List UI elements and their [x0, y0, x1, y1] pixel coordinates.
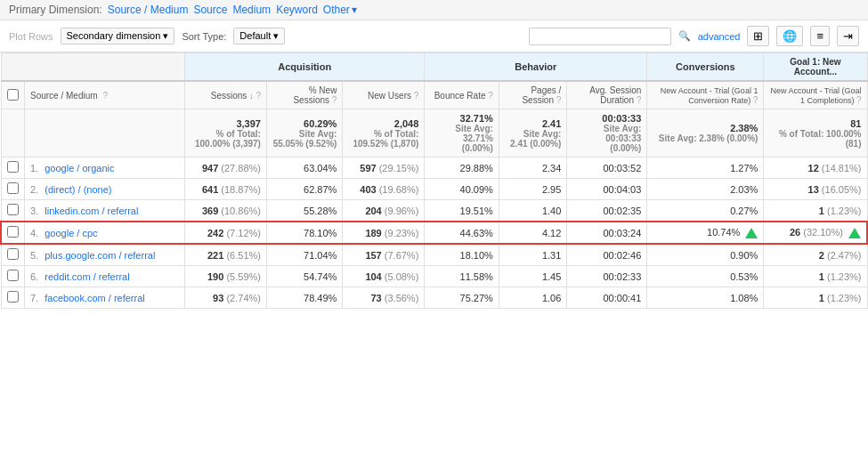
row-sessions: 221 (6.51%) — [185, 244, 267, 266]
row-checkbox[interactable] — [7, 204, 19, 215]
total-sessions: 3,397 % of Total: 100.00% (3,397) — [185, 109, 267, 157]
source-medium-link[interactable]: facebook.com / referral — [45, 293, 145, 303]
chevron-down-icon: ▾ — [352, 4, 357, 16]
grid-view-button[interactable]: ⊞ — [747, 26, 769, 46]
row-pages-session: 1.45 — [499, 266, 566, 287]
row-avg-session-duration: 00:03:24 — [567, 222, 647, 244]
row-number: 3. — [30, 206, 38, 216]
row-pct-new-sessions: 62.87% — [266, 179, 342, 200]
help-icon-pages: ? — [556, 95, 562, 105]
acquisition-group-header: Acquisition — [185, 53, 425, 82]
source-medium-link[interactable]: plus.google.com / referral — [45, 250, 155, 261]
row-pages-session: 4.12 — [499, 222, 566, 244]
pct-new-sessions-col-header[interactable]: % New Sessions ? — [266, 81, 342, 109]
row-checkbox[interactable] — [7, 226, 19, 238]
conversion-rate-col-header[interactable]: New Account - Trial (Goal 1 Conversion R… — [647, 81, 764, 109]
row-new-users: 204 (9.96%) — [343, 200, 425, 222]
row-number: 1. — [30, 163, 38, 174]
row-checkbox[interactable] — [7, 248, 19, 260]
search-icon[interactable]: 🔍 — [678, 30, 691, 42]
table-row: 2. (direct) / (none) 641 (18.87%) 62.87%… — [1, 179, 867, 200]
source-medium-link[interactable]: Source / Medium — [108, 4, 189, 16]
bounce-rate-col-header[interactable]: Bounce Rate ? — [425, 81, 499, 109]
help-icon-pct-new: ? — [332, 95, 337, 105]
total-bounce-rate: 32.71% Site Avg: 32.71% (0.00%) — [425, 109, 499, 157]
table-row: 5. plus.google.com / referral 221 (6.51%… — [1, 244, 867, 266]
row-conversion-rate: 0.27% — [647, 200, 764, 222]
row-conversion-rate: 10.74% — [647, 222, 764, 244]
row-source-medium: 6. reddit.com / referral — [25, 266, 185, 287]
select-all-checkbox[interactable] — [7, 89, 19, 101]
total-pct-new-sessions: 60.29% Site Avg: 55.05% (9.52%) — [266, 109, 342, 157]
row-new-users: 157 (7.67%) — [343, 244, 425, 266]
row-new-users: 73 (3.56%) — [343, 287, 425, 309]
toolbar: Plot Rows Secondary dimension ▾ Sort Typ… — [0, 20, 868, 52]
new-users-col-header[interactable]: New Users ? — [343, 81, 425, 109]
table-row: 4. google / cpc 242 (7.12%) 78.10% 189 (… — [1, 222, 867, 244]
source-medium-link[interactable]: reddit.com / referral — [45, 271, 129, 282]
row-pct-new-sessions: 54.74% — [266, 266, 342, 287]
row-checkbox[interactable] — [7, 291, 19, 303]
row-completions: 1 (1.23%) — [764, 200, 867, 222]
other-dropdown[interactable]: Other ▾ — [323, 4, 357, 16]
sort-type-dropdown[interactable]: Default ▾ — [233, 28, 285, 44]
table-row: 1. google / organic 947 (27.88%) 63.04% … — [1, 157, 867, 179]
row-checkbox-cell — [1, 200, 25, 222]
globe-view-button[interactable]: 🌐 — [776, 26, 803, 46]
row-source-medium: 7. facebook.com / referral — [25, 287, 185, 309]
medium-link[interactable]: Medium — [232, 4, 271, 16]
row-new-users: 597 (29.15%) — [343, 157, 425, 179]
row-new-users: 189 (9.23%) — [343, 222, 425, 244]
table-row: 3. linkedin.com / referral 369 (10.86%) … — [1, 200, 867, 222]
total-row: 3,397 % of Total: 100.00% (3,397) 60.29%… — [1, 109, 867, 157]
row-number: 5. — [30, 250, 38, 261]
sessions-col-header[interactable]: Sessions ↓ ? — [185, 81, 267, 109]
arrow-up-comp-icon — [848, 228, 861, 238]
table-row: 6. reddit.com / referral 190 (5.59%) 54.… — [1, 266, 867, 287]
avg-session-duration-col-header[interactable]: Avg. Session Duration ? — [567, 81, 647, 109]
row-checkbox[interactable] — [7, 161, 19, 173]
arrow-up-conv-icon — [745, 228, 758, 238]
row-bounce-rate: 19.51% — [425, 200, 499, 222]
search-input[interactable] — [529, 28, 671, 45]
row-new-users: 104 (5.08%) — [343, 266, 425, 287]
row-checkbox-cell — [1, 244, 25, 266]
row-source-medium: 3. linkedin.com / referral — [25, 200, 185, 222]
row-source-medium: 2. (direct) / (none) — [25, 179, 185, 200]
advanced-link[interactable]: advanced — [698, 31, 741, 42]
source-link[interactable]: Source — [193, 4, 227, 16]
source-medium-link[interactable]: (direct) / (none) — [45, 184, 111, 195]
plot-rows-button[interactable]: Plot Rows — [9, 31, 53, 42]
source-medium-link[interactable]: linkedin.com / referral — [45, 206, 138, 216]
list-view-button[interactable]: ≡ — [810, 26, 830, 46]
row-checkbox[interactable] — [7, 270, 19, 281]
pages-session-col-header[interactable]: Pages / Session ? — [499, 81, 566, 109]
row-number: 4. — [30, 228, 38, 238]
row-checkbox-cell — [1, 222, 25, 244]
row-conversion-rate: 2.03% — [647, 179, 764, 200]
sort-type-label: Sort Type: — [182, 31, 226, 42]
row-checkbox-cell — [1, 266, 25, 287]
row-number: 7. — [30, 293, 38, 303]
row-bounce-rate: 18.10% — [425, 244, 499, 266]
source-medium-col-header: Source / Medium ? — [25, 81, 185, 109]
empty-header-checkbox — [1, 53, 185, 82]
export-button[interactable]: ⇥ — [837, 26, 859, 46]
primary-dimension-nav: Primary Dimension: Source / Medium Sourc… — [0, 0, 868, 20]
keyword-link[interactable]: Keyword — [276, 4, 318, 16]
row-completions: 1 (1.23%) — [764, 287, 867, 309]
secondary-dimension-dropdown[interactable]: Secondary dimension ▾ — [61, 28, 175, 44]
row-pct-new-sessions: 78.49% — [266, 287, 342, 309]
row-checkbox[interactable] — [7, 182, 19, 194]
total-conversion-rate: 2.38% Site Avg: 2.38% (0.00%) — [647, 109, 764, 157]
group-header-row: Acquisition Behavior Conversions Goal 1:… — [1, 53, 867, 82]
source-medium-link[interactable]: google / cpc — [45, 228, 97, 238]
row-pages-session: 2.95 — [499, 179, 566, 200]
row-sessions: 947 (27.88%) — [185, 157, 267, 179]
completions-col-header[interactable]: New Account - Trial (Goal 1 Completions)… — [764, 81, 867, 109]
source-medium-link[interactable]: google / organic — [45, 163, 114, 174]
goal1-group-header: Goal 1: New Account... — [764, 53, 867, 82]
row-avg-session-duration: 00:00:41 — [567, 287, 647, 309]
row-completions: 1 (1.23%) — [764, 266, 867, 287]
help-icon-sessions: ? — [256, 91, 261, 101]
